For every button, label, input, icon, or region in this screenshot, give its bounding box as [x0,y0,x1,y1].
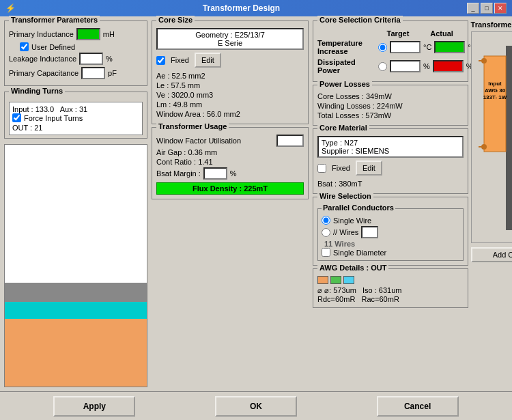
primary-capacitance-input[interactable]: 030 [81,67,105,79]
core-edit-button[interactable]: Edit [195,53,221,68]
awg-details-title: AWG Details : OUT [317,264,388,272]
input-label: Input : [12,105,33,113]
transformer-params-group: Transformer Parameters Primary Inductanc… [4,20,147,86]
cm-fixed-checkbox[interactable] [317,164,326,173]
temp-target-input[interactable]: 40.0 [390,41,421,53]
out-value: 21 [34,124,42,132]
core-size-title: Core Size [156,16,195,24]
wires-radio[interactable] [322,228,330,237]
wires-label: // Wires [333,228,358,236]
core-material-title: Core Material [317,124,369,132]
svg-text:AWG 30: AWG 30 [484,87,505,94]
user-defined-row: User Defined [20,42,143,51]
wires-input[interactable]: 2 [361,226,378,238]
temp-actual-input[interactable]: 32.9 [434,41,465,53]
transformer-svg: Input AWG 30 133T- 1W Auxiliary AWG 43 3… [472,32,512,244]
awg-iso: Iso : 631um [362,286,401,294]
bsat-label: Bsat Margin : [156,169,201,178]
wf-utilisation-row: Window Factor Utilisation 0.80 [156,135,304,147]
bsat-row: Bsat Margin : 25.0 % [156,167,304,180]
winding-turns-title: Winding Turns [9,87,65,95]
leakage-inductance-row: Leakage Inductance 3.0 % [9,53,143,65]
dp-target-unit: % [423,62,430,70]
single-wire-row: Single Wire [322,216,459,225]
awg-diameter-text: ⌀ ⌀: 573um Iso : 631um [317,286,464,295]
primary-capacitance-unit: pF [108,69,117,77]
primary-inductance-unit: mH [103,30,115,38]
cm-type: Type : N27 [322,139,459,147]
temp-radio[interactable] [378,43,387,52]
air-gap-prop: Air Gap : 0.36 mm [156,148,304,156]
cm-fixed-label: Fixed [332,164,350,172]
outlook-title: Transformer Outlook [471,20,512,29]
power-losses-group: Power Losses Core Losses : 349mW Winding… [313,85,468,126]
dp-actual-input[interactable]: 4.2 [433,60,464,72]
bsat-input[interactable]: 25.0 [203,167,227,180]
awg-diam-icon: ⌀ [317,286,322,294]
transformer-params-title: Transformer Parameters [9,16,100,24]
awg-color-swatches [317,276,464,284]
single-diameter-checkbox[interactable] [322,248,330,257]
wf-util-input[interactable]: 0.80 [276,135,304,147]
color-swatch-orange [317,276,328,284]
core-material-group: Core Material Type : N27 Supplier : SIEM… [313,128,468,194]
svg-text:133T- 1W: 133T- 1W [483,94,507,100]
actual-header: Actual [421,29,462,38]
app-icon: ⚡ [5,3,16,13]
cm-fixed-row: Fixed Edit [317,160,464,176]
leakage-inductance-unit: % [106,55,113,63]
geometry-display: Geometry : E25/13/7 E Serie [156,28,304,50]
color-swatch-green [330,276,341,284]
apply-button[interactable]: Apply [53,396,135,417]
ae-prop: Ae : 52.5 mm2 [156,72,304,80]
maximize-button[interactable]: □ [481,3,493,14]
winding-losses-text: Winding Losses : 224mW [317,102,464,110]
core-losses-text: Core Losses : 349mW [317,92,464,100]
winding-turns-group: Winding Turns Input : 133.0 Aux : 31 For… [4,92,147,139]
ve-prop: Ve : 3020.0 mm3 [156,91,304,99]
transformer-diagram-container: Input AWG 30 133T- 1W Auxiliary AWG 43 3… [471,31,512,243]
user-defined-checkbox[interactable] [20,42,29,51]
wf-util-label: Window Factor Utilisation [156,137,274,145]
leakage-inductance-input[interactable]: 3.0 [79,53,103,65]
temp-target-unit: °C [423,43,431,51]
window-area-prop: Window Area : 56.0 mm2 [156,110,304,118]
user-defined-label: User Defined [31,43,75,51]
dp-radio[interactable] [378,62,387,71]
flux-density-bar: Flux Density : 225mT [156,182,304,195]
input-winding-rect [484,56,506,152]
single-wire-label: Single Wire [333,216,371,225]
lm-prop: Lm : 49.8 mm [156,100,304,109]
cm-edit-button[interactable]: Edit [356,160,382,176]
aux-label: Aux : [60,105,77,113]
single-diameter-row: Single Diameter [322,248,459,257]
cont-ratio-prop: Cont Ratio : 1.41 [156,158,304,166]
primary-inductance-input[interactable]: 1.0 [76,28,100,40]
core-bar-left [506,46,512,230]
input-value: 133.0 [35,105,55,113]
single-wire-radio[interactable] [322,216,330,225]
core-fixed-label: Fixed [171,56,189,64]
ok-button[interactable]: OK [215,396,297,417]
add-output-button[interactable]: Add Output [471,247,512,262]
primary-capacitance-row: Primary Capacitance 030 pF [9,67,143,79]
close-button[interactable]: ✕ [494,3,507,14]
fill-orange [5,319,147,387]
cancel-button[interactable]: Cancel [377,396,459,417]
leakage-inductance-label: Leakage Inductance [9,55,76,63]
minimize-button[interactable]: _ [467,3,479,14]
core-selection-group: Core Selection Criteria Target Actual Te… [313,20,468,82]
fill-gray [5,283,147,302]
out-label: OUT : [12,124,32,132]
awg-diameter: ⌀: 573um [324,286,356,294]
force-input-checkbox[interactable] [12,113,21,122]
transformer-usage-group: Transformer Usage Window Factor Utilisat… [152,127,309,199]
core-material-display: Type : N27 Supplier : SIEMENS [317,136,464,158]
single-diameter-label: Single Diameter [333,249,386,257]
dp-target-input[interactable]: 2.0 [390,60,421,72]
force-input-row: Force Input Turns [12,113,139,122]
core-fixed-checkbox[interactable] [156,56,165,65]
wire-selection-title: Wire Selection [317,192,373,200]
primary-inductance-label: Primary Inductance [9,30,74,38]
temp-increase-label: Temperature Increase [317,39,375,55]
